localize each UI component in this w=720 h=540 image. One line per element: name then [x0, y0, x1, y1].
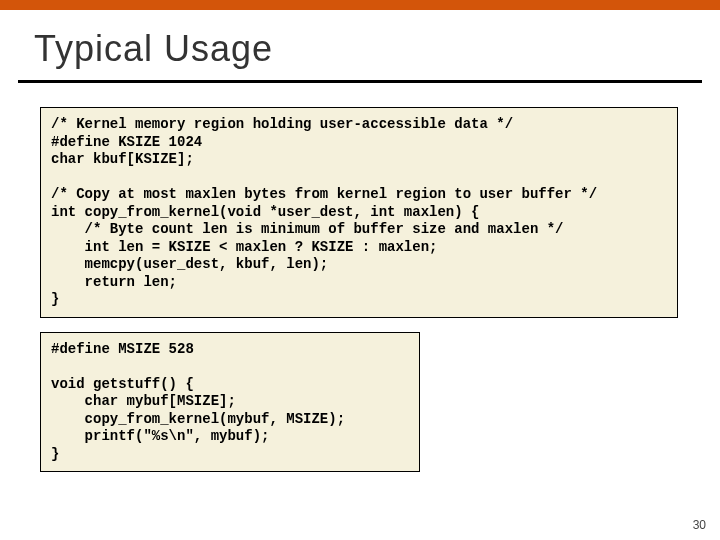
- code-box-kernel: /* Kernel memory region holding user-acc…: [40, 107, 678, 318]
- page-number: 30: [693, 518, 706, 532]
- slide-title: Typical Usage: [0, 10, 720, 80]
- content-area: /* Kernel memory region holding user-acc…: [0, 83, 720, 472]
- code-box-getstuff: #define MSIZE 528 void getstuff() { char…: [40, 332, 420, 473]
- slide: Typical Usage /* Kernel memory region ho…: [0, 0, 720, 540]
- top-accent-bar: [0, 0, 720, 10]
